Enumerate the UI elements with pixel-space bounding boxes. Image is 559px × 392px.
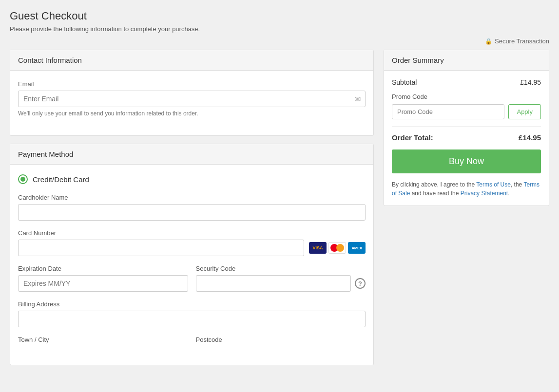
credit-card-label: Credit/Debit Card [33, 175, 89, 184]
order-total-label: Order Total: [392, 133, 433, 142]
buy-now-button[interactable]: Buy Now [392, 149, 541, 173]
email-hint: We'll only use your email to send you in… [18, 110, 366, 117]
subtotal-value: £14.95 [520, 78, 541, 86]
town-postcode-row: Town / City Postcode [18, 336, 366, 355]
town-group: Town / City [18, 336, 188, 346]
order-total-value: £14.95 [519, 133, 541, 142]
credit-card-radio[interactable] [18, 174, 28, 184]
page-title: Guest Checkout [10, 10, 549, 22]
security-code-input[interactable] [196, 275, 351, 292]
promo-code-input[interactable] [392, 104, 504, 119]
privacy-statement-link[interactable]: Privacy Statement [461, 190, 508, 197]
apply-promo-button[interactable]: Apply [508, 104, 541, 119]
right-column: Order Summary Subtotal £14.95 Promo Code… [384, 50, 549, 206]
secure-transaction-label: Secure Transaction [495, 37, 549, 45]
left-column: Contact Information Email ✉ We'll only u… [10, 50, 374, 365]
order-summary-card: Order Summary Subtotal £14.95 Promo Code… [384, 50, 549, 206]
terms-text-after: and have read the [410, 190, 460, 197]
payment-method-title: Payment Method [18, 150, 73, 158]
terms-of-use-link[interactable]: Terms of Use [476, 181, 511, 188]
email-icon: ✉ [354, 94, 361, 104]
contact-info-card: Contact Information Email ✉ We'll only u… [10, 50, 374, 136]
contact-info-body: Email ✉ We'll only use your email to sen… [10, 71, 373, 135]
expiration-label: Expiration Date [18, 265, 188, 272]
amex-icon: AMEX [348, 242, 366, 254]
security-code-wrapper: ? [196, 275, 366, 292]
expiration-group: Expiration Date [18, 265, 188, 292]
card-number-group: Card Number VISA AMEX [18, 229, 366, 256]
email-wrapper: ✉ [18, 91, 366, 107]
cardholder-name-input[interactable] [18, 204, 366, 221]
card-number-label: Card Number [18, 229, 366, 237]
card-number-input[interactable] [18, 240, 304, 256]
payment-method-header-bar: Payment Method [10, 144, 373, 165]
card-number-row: VISA AMEX [18, 240, 366, 256]
security-code-label: Security Code [196, 265, 366, 272]
terms-text-end: . [508, 190, 509, 197]
billing-address-label: Billing Address [18, 300, 366, 308]
town-label: Town / City [18, 336, 188, 343]
email-form-group: Email ✉ We'll only use your email to sen… [18, 80, 366, 117]
postcode-group: Postcode [196, 336, 366, 346]
page-subtitle: Please provide the following information… [10, 25, 549, 33]
subtotal-label: Subtotal [392, 78, 417, 86]
promo-code-label: Promo Code [392, 93, 541, 100]
payment-method-body: Credit/Debit Card Cardholder Name Card N… [10, 165, 373, 365]
expiration-input[interactable] [18, 275, 188, 292]
security-code-help-icon[interactable]: ? [355, 278, 366, 289]
credit-debit-card-option[interactable]: Credit/Debit Card [18, 174, 366, 184]
order-summary-body: Subtotal £14.95 Promo Code Apply Order T… [384, 71, 549, 205]
payment-method-card: Payment Method Credit/Debit Card Cardhol… [10, 144, 374, 365]
contact-info-header: Contact Information [10, 50, 373, 71]
radio-inner [20, 177, 25, 182]
billing-address-group: Billing Address [18, 300, 366, 327]
order-total-row: Order Total: £14.95 [392, 126, 541, 142]
terms-text: By clicking above, I agree to the Terms … [392, 180, 541, 198]
terms-text-before: By clicking above, I agree to the [392, 181, 476, 188]
main-layout: Contact Information Email ✉ We'll only u… [10, 50, 549, 365]
email-input[interactable] [18, 91, 366, 107]
postcode-label: Postcode [196, 336, 366, 343]
terms-text-middle: , the [511, 181, 523, 188]
page-container: Guest Checkout Please provide the follow… [0, 0, 559, 385]
order-summary-header: Order Summary [384, 50, 549, 71]
lock-icon: 🔒 [485, 38, 492, 45]
card-icons: VISA AMEX [309, 242, 366, 254]
mastercard-icon [328, 242, 346, 254]
email-label: Email [18, 80, 366, 88]
exp-security-row: Expiration Date Security Code ? [18, 265, 366, 300]
visa-icon: VISA [309, 242, 327, 254]
billing-address-input[interactable] [18, 311, 366, 327]
cardholder-name-label: Cardholder Name [18, 194, 366, 201]
security-code-group: Security Code ? [196, 265, 366, 292]
subtotal-row: Subtotal £14.95 [392, 78, 541, 86]
promo-row: Apply [392, 104, 541, 119]
secure-transaction-badge: 🔒 Secure Transaction [10, 37, 549, 45]
cardholder-name-group: Cardholder Name [18, 194, 366, 221]
